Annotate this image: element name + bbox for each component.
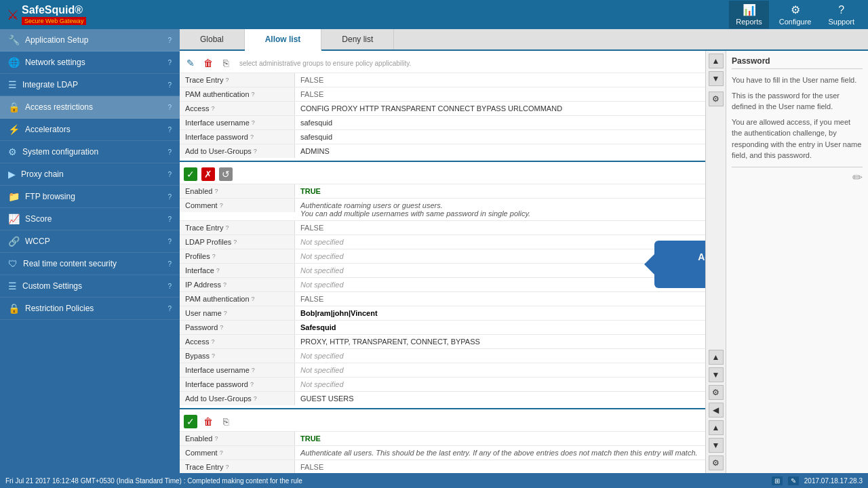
field-row-profiles-2: Profiles ? Not specified — [180, 249, 705, 263]
field-value-bypass-2: Not specified — [295, 349, 705, 363]
field-value-trace-2: FALSE — [295, 221, 705, 235]
sysconfig-icon: ⚙ — [8, 146, 17, 157]
status-bar: Fri Jul 21 2017 16:12:48 GMT+0530 (India… — [0, 473, 868, 488]
scroll-down-button-2[interactable]: ▼ — [709, 367, 724, 382]
field-value-pam-2: FALSE — [295, 292, 705, 306]
sidebar-item-accelerators[interactable]: ⚡ Accelerators ? — [0, 119, 180, 141]
sidebar-item-custom[interactable]: ☰ Custom Settings ? — [0, 275, 180, 298]
delete-icon-3[interactable]: 🗑 — [201, 415, 215, 428]
custom-icon: ☰ — [8, 281, 17, 291]
sidebar-realtime-label: Real time content security — [23, 259, 117, 268]
restriction-icon: 🔒 — [8, 303, 20, 314]
status-icon-2[interactable]: ✎ — [788, 476, 799, 485]
field-label-trace-3: Trace Entry ? — [180, 460, 295, 473]
field-label-access-1: Access ? — [180, 102, 295, 115]
scroll-down-button-3[interactable]: ▼ — [709, 438, 724, 453]
sidebar-item-app-setup[interactable]: 🔧 Application Setup ? — [0, 29, 180, 52]
network-help[interactable]: ? — [167, 59, 172, 66]
sidebar-item-proxy[interactable]: ▶ Proxy chain ? — [0, 163, 180, 186]
entry-3: ✓ 🗑 ⎘ Enabled ? TRUE — [180, 409, 705, 473]
right-panel-para-3: You are allowed access, if you meet the … — [732, 117, 863, 161]
support-button[interactable]: ? Support — [821, 1, 861, 28]
sidebar-app-setup-label: Application Setup — [25, 35, 88, 45]
sidebar-item-wccp[interactable]: 🔗 WCCP ? — [0, 230, 180, 253]
logo-icon: ⚔ — [7, 7, 19, 23]
copy-icon-1[interactable]: ⎘ — [219, 56, 233, 70]
field-row-ifpass-2: Interface password ? Not specified — [180, 377, 705, 391]
field-row-ip-2: IP Address ? Not specified — [180, 277, 705, 291]
tab-allow[interactable]: Allow list — [245, 29, 322, 51]
field-value-username-2: Bob|ram|john|Vincent — [295, 306, 705, 320]
configure-button[interactable]: ⚙ Configure — [772, 1, 818, 28]
sscore-help[interactable]: ? — [167, 216, 172, 223]
field-value-ifuser-1: safesquid — [295, 116, 705, 129]
proxy-help[interactable]: ? — [167, 171, 172, 178]
custom-help[interactable]: ? — [167, 283, 172, 290]
settings-button-3[interactable]: ⚙ — [709, 455, 724, 470]
header-nav: 📊 Reports ⚙ Configure ? Support — [729, 1, 861, 28]
wccp-help[interactable]: ? — [167, 238, 172, 245]
network-icon: 🌐 — [8, 57, 20, 68]
edit-pen-icon[interactable]: ✏ — [852, 171, 863, 184]
field-label-ip-2: IP Address ? — [180, 278, 295, 291]
field-row-access-2: Access ? PROXY, HTTP, TRANSPARENT, CONNE… — [180, 334, 705, 348]
field-row-addgroup-2: Add to User-Groups ? GUEST USERS — [180, 391, 705, 405]
settings-button-2[interactable]: ⚙ — [709, 385, 724, 400]
field-row-trace-1: Trace Entry ? FALSE — [180, 73, 705, 87]
field-label-ifpass-2: Interface password ? — [180, 378, 295, 391]
send-button[interactable]: ◀ — [709, 403, 724, 418]
tab-global[interactable]: Global — [180, 29, 245, 49]
copy-icon-3[interactable]: ⎘ — [219, 415, 233, 428]
access-help[interactable]: ? — [167, 104, 172, 111]
field-row-trace-3: Trace Entry ? FALSE — [180, 460, 705, 473]
sidebar-item-sscore[interactable]: 📈 SScore ? — [0, 208, 180, 230]
restriction-help[interactable]: ? — [167, 305, 172, 312]
field-value-ldap-2: Not specified — [295, 235, 705, 249]
field-label-trace-1: Trace Entry ? — [180, 73, 295, 87]
accelerators-help[interactable]: ? — [167, 126, 172, 134]
field-row-pam-2: PAM authentication ? FALSE — [180, 291, 705, 306]
enabled-icon-3[interactable]: ✓ — [184, 415, 197, 428]
refresh-icon-2[interactable]: ↺ — [219, 167, 233, 181]
sysconfig-help[interactable]: ? — [167, 148, 172, 156]
scroll-up-button-3[interactable]: ▲ — [709, 420, 724, 435]
enabled-icon-2[interactable]: ✓ — [184, 167, 197, 181]
delete-icon-1[interactable]: 🗑 — [201, 56, 215, 70]
tab-deny[interactable]: Deny list — [321, 29, 394, 49]
scroll-down-button[interactable]: ▼ — [709, 71, 724, 86]
field-label-ifpass-1: Interface password ? — [180, 130, 295, 144]
status-timestamp: 2017.07.18.17.28.3 — [804, 477, 863, 485]
field-row-ifuser-1: Interface username ? safesquid — [180, 115, 705, 129]
logo-area: ⚔ SafeSquid® Secure Web Gateway — [7, 4, 86, 25]
field-label-bypass-2: Bypass ? — [180, 349, 295, 363]
settings-button-1[interactable]: ⚙ — [709, 92, 724, 106]
scroll-up-button-2[interactable]: ▲ — [709, 350, 724, 365]
status-right: ⊞ ✎ 2017.07.18.17.28.3 — [772, 476, 863, 485]
sidebar-item-sysconfig[interactable]: ⚙ System configuration ? — [0, 141, 180, 163]
realtime-icon: 🛡 — [8, 258, 18, 269]
scroll-up-button[interactable]: ▲ — [709, 54, 724, 68]
field-value-ip-2: Not specified — [295, 278, 705, 291]
reports-button[interactable]: 📊 Reports — [729, 1, 769, 28]
field-value-enabled-2: TRUE — [295, 184, 705, 198]
sidebar-item-ftp[interactable]: 📁 FTP browsing ? — [0, 186, 180, 208]
status-icon-1[interactable]: ⊞ — [772, 476, 783, 485]
field-value-addgroup-1: ADMINS — [295, 144, 705, 158]
ldap-help[interactable]: ? — [167, 81, 172, 89]
field-label-username-2: User name ? — [180, 306, 295, 320]
realtime-help[interactable]: ? — [167, 260, 172, 268]
sidebar-item-network[interactable]: 🌐 Network settings ? — [0, 52, 180, 74]
ftp-help[interactable]: ? — [167, 193, 172, 201]
field-row-password-2: Password ? Safesquid — [180, 320, 705, 334]
sidebar-custom-label: Custom Settings — [22, 281, 82, 291]
sidebar-item-ldap[interactable]: ☰ Integrate LDAP ? — [0, 74, 180, 96]
field-label-profiles-2: Profiles ? — [180, 249, 295, 263]
edit-icon-1[interactable]: ✎ — [184, 56, 197, 70]
sidebar-item-realtime[interactable]: 🛡 Real time content security ? — [0, 253, 180, 275]
right-panel-para-1: You have to fill in the User name field. — [732, 75, 863, 86]
sidebar-item-access[interactable]: 🔒 Access restrictions ? — [0, 96, 180, 119]
sidebar-item-restriction[interactable]: 🔒 Restriction Policies ? — [0, 298, 180, 320]
delete-icon-2[interactable]: ✗ — [201, 167, 215, 181]
app-setup-help[interactable]: ? — [167, 37, 172, 44]
field-row-access-1: Access ? CONFIG PROXY HTTP TRANSPARENT C… — [180, 101, 705, 115]
